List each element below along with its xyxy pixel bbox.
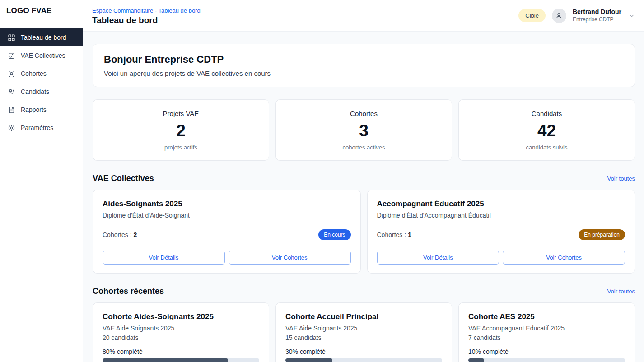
chevron-down-icon[interactable] [629, 13, 635, 19]
user-info[interactable]: Bertrand Dufour Entreprise CDTP [573, 8, 621, 23]
progress-label: 80% complété [103, 348, 259, 355]
cohort-card-aes: Cohorte AES 2025 VAE Accompagnant Éducat… [458, 302, 635, 362]
logo-container: LOGO FVAE [0, 0, 83, 22]
cohort-card-title: Cohorte AES 2025 [468, 312, 625, 321]
cohort-card-subtitle: VAE Accompagnant Éducatif 2025 [468, 325, 625, 332]
status-badge: En préparation [579, 229, 625, 240]
gear-icon [7, 124, 15, 132]
welcome-card: Bonjour Entreprise CDTP Voici un aperçu … [93, 44, 635, 87]
vae-view-all-link[interactable]: Voir toutes [607, 175, 635, 182]
voir-details-button[interactable]: Voir Détails [377, 251, 499, 265]
progress-fill [103, 358, 228, 362]
sidebar-item-label: VAE Collectives [21, 52, 65, 59]
cohort-card-title: Cohorte Aides-Soignants 2025 [103, 312, 259, 321]
cohorts-view-all-link[interactable]: Voir toutes [607, 288, 635, 295]
cohort-candidates: 7 candidats [468, 334, 625, 341]
vae-section-header: VAE Collectives Voir toutes [93, 174, 635, 183]
cohort-cards-row: Cohorte Aides-Soignants 2025 VAE Aide So… [93, 302, 635, 362]
user-icon [555, 12, 563, 19]
sidebar-item-label: Paramètres [21, 124, 53, 131]
voir-cohortes-button[interactable]: Voir Cohortes [229, 251, 351, 265]
cohort-card-accueil-principal: Cohorte Accueil Principal VAE Aide Soign… [275, 302, 452, 362]
progress-bar [468, 358, 625, 362]
sidebar: LOGO FVAE Tableau de bord VAE Collective… [0, 0, 83, 362]
vae-card-subtitle: Diplôme d'État d'Accompagnant Éducatif [377, 212, 625, 219]
box-icon [7, 51, 15, 60]
sidebar-item-label: Tableau de bord [21, 34, 66, 41]
welcome-title: Bonjour Entreprise CDTP [104, 54, 624, 65]
dashboard-icon [7, 33, 15, 42]
vae-cohort-count: Cohortes : 2 [103, 231, 137, 238]
progress-label: 10% complété [468, 348, 625, 355]
welcome-subtitle: Voici un aperçu des projets de VAE colle… [104, 70, 624, 77]
status-badge: En cours [318, 229, 350, 240]
stat-sublabel: projets actifs [102, 144, 260, 151]
users-icon [7, 88, 15, 96]
avatar[interactable] [552, 9, 566, 23]
stat-card-candidats: Candidats 42 candidats suivis [458, 99, 635, 161]
cohort-card-aides-soignants: Cohorte Aides-Soignants 2025 VAE Aide So… [93, 302, 269, 362]
role-badge: Cible [518, 9, 546, 22]
sidebar-item-candidats[interactable]: Candidats [0, 83, 83, 101]
stat-label: Projets VAE [102, 110, 260, 117]
vae-card-accompagnant-educatif: Accompagnant Éducatif 2025 Diplôme d'Éta… [367, 190, 635, 274]
cohort-card-subtitle: VAE Aide Soignants 2025 [285, 325, 442, 332]
stat-card-cohortes: Cohortes 3 cohortes actives [275, 99, 452, 161]
page-title: Tableau de bord [92, 15, 201, 25]
voir-details-button[interactable]: Voir Détails [103, 251, 225, 265]
sidebar-item-label: Cohortes [21, 70, 47, 77]
sidebar-nav: Tableau de bord VAE Collectives Cohortes… [0, 22, 83, 137]
vae-section-title: VAE Collectives [93, 174, 154, 183]
voir-cohortes-button[interactable]: Voir Cohortes [503, 251, 625, 265]
vae-card-title: Accompagnant Éducatif 2025 [377, 200, 625, 209]
progress-bar [103, 358, 259, 362]
stat-label: Candidats [468, 110, 625, 117]
vae-cards-row: Aides-Soignants 2025 Diplôme d'État d'Ai… [93, 190, 635, 274]
progress-bar [285, 358, 442, 362]
app-logo: LOGO FVAE [6, 6, 52, 15]
content: Bonjour Entreprise CDTP Voici un aperçu … [83, 32, 644, 362]
sidebar-item-tableau-de-bord[interactable]: Tableau de bord [0, 28, 83, 46]
progress-fill [468, 358, 484, 362]
cohort-candidates: 15 candidats [285, 334, 442, 341]
stat-label: Cohortes [285, 110, 443, 117]
user-org: Entreprise CDTP [573, 16, 621, 23]
user-name: Bertrand Dufour [573, 8, 621, 16]
topbar: Espace Commanditaire - Tableau de bord T… [83, 0, 644, 32]
report-icon [7, 106, 15, 114]
vae-card-title: Aides-Soignants 2025 [103, 200, 351, 209]
breadcrumb[interactable]: Espace Commanditaire - Tableau de bord [92, 7, 201, 14]
user-scan-icon [7, 70, 15, 78]
progress-label: 30% complété [285, 348, 442, 355]
stats-row: Projets VAE 2 projets actifs Cohortes 3 … [93, 99, 635, 161]
stat-value: 3 [285, 121, 443, 141]
sidebar-item-parametres[interactable]: Paramètres [0, 119, 83, 137]
vae-cohort-count: Cohortes : 1 [377, 231, 411, 238]
cohorts-section-header: Cohortes récentes Voir toutes [93, 287, 635, 296]
stat-sublabel: candidats suivis [468, 144, 625, 151]
sidebar-item-vae-collectives[interactable]: VAE Collectives [0, 46, 83, 65]
stat-value: 2 [102, 121, 260, 141]
cohorts-section-title: Cohortes récentes [93, 287, 164, 296]
stat-card-projets-vae: Projets VAE 2 projets actifs [93, 99, 269, 161]
stat-sublabel: cohortes actives [285, 144, 443, 151]
sidebar-item-cohortes[interactable]: Cohortes [0, 65, 83, 83]
sidebar-item-rapports[interactable]: Rapports [0, 101, 83, 119]
progress-fill [285, 358, 332, 362]
stat-value: 42 [468, 121, 625, 141]
sidebar-item-label: Candidats [21, 88, 49, 95]
cohort-card-title: Cohorte Accueil Principal [285, 312, 442, 321]
vae-card-aides-soignants: Aides-Soignants 2025 Diplôme d'État d'Ai… [93, 190, 361, 274]
cohort-candidates: 20 candidats [103, 334, 259, 341]
cohort-card-subtitle: VAE Aide Soignants 2025 [103, 325, 259, 332]
main-area: Espace Commanditaire - Tableau de bord T… [83, 0, 644, 362]
vae-card-subtitle: Diplôme d'État d'Aide-Soignant [103, 212, 351, 219]
sidebar-item-label: Rapports [21, 106, 47, 113]
